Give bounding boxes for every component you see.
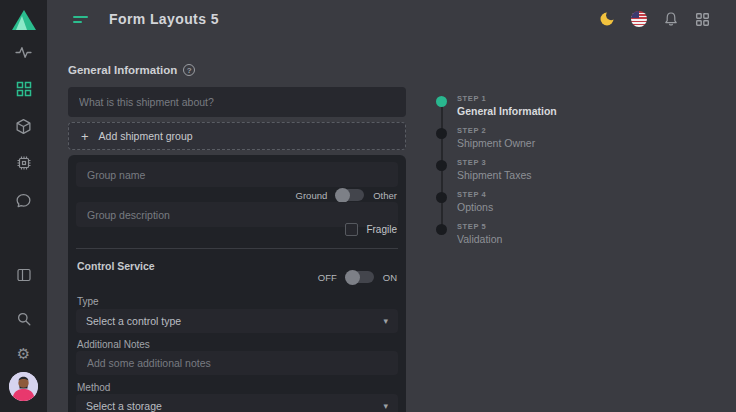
on-label: ON <box>383 272 397 283</box>
off-on-toggle[interactable] <box>346 271 374 283</box>
sidebar-item-components[interactable] <box>0 155 47 171</box>
apps-grid-icon[interactable] <box>694 11 711 28</box>
ground-other-toggle-row: Ground Other <box>296 189 397 201</box>
other-label: Other <box>373 190 397 201</box>
activity-pulse-icon <box>15 44 32 61</box>
notifications-bell-icon[interactable] <box>662 11 679 28</box>
sidebar-item-settings[interactable]: ⚙ <box>0 347 47 362</box>
brand-logo[interactable] <box>0 8 47 36</box>
top-header: Form Layouts 5 <box>47 0 736 38</box>
fragile-checkbox-row: Fragile <box>345 223 397 236</box>
step-label: STEP 5 <box>457 222 502 231</box>
step-title: Options <box>457 201 493 213</box>
search-icon <box>16 311 32 327</box>
dark-mode-moon-icon[interactable] <box>598 11 615 28</box>
user-avatar[interactable] <box>9 372 38 401</box>
step-2-shipment-owner[interactable]: STEP 2 Shipment Owner <box>436 126 535 149</box>
step-label: STEP 3 <box>457 158 532 167</box>
sidebar-item-chat[interactable] <box>0 192 47 209</box>
step-title: Shipment Taxes <box>457 169 532 181</box>
page-title: Form Layouts 5 <box>109 11 219 27</box>
fragile-label: Fragile <box>366 224 397 235</box>
chevron-down-icon <box>383 401 388 411</box>
hamburger-menu-icon[interactable] <box>73 16 88 23</box>
app-root: ⚙ Form Layouts 5 <box>0 0 736 412</box>
sidebar-item-search[interactable] <box>0 311 47 327</box>
additional-notes-label: Additional Notes <box>77 339 150 350</box>
wizard-stepper: STEP 1 General Information STEP 2 Shipme… <box>436 94 616 274</box>
step-5-validation[interactable]: STEP 5 Validation <box>436 222 502 245</box>
sidebar-item-dashboard[interactable] <box>0 44 47 61</box>
step-4-options[interactable]: STEP 4 Options <box>436 190 493 213</box>
cube-icon <box>15 118 32 135</box>
triangle-logo-icon <box>11 8 37 36</box>
shipment-about-input[interactable] <box>68 87 406 117</box>
step-1-general-information[interactable]: STEP 1 General Information <box>436 94 557 117</box>
toggle-knob <box>345 270 360 285</box>
additional-notes-input[interactable] <box>76 351 398 375</box>
step-title: General Information <box>457 105 557 117</box>
fragile-checkbox[interactable] <box>345 223 358 236</box>
help-question-icon[interactable] <box>183 64 195 76</box>
sidebar-item-forms-active[interactable] <box>0 81 47 97</box>
section-title: General Information <box>68 64 195 76</box>
step-title: Validation <box>457 233 502 245</box>
off-label: OFF <box>318 272 337 283</box>
ground-label: Ground <box>296 190 328 201</box>
step-title: Shipment Owner <box>457 137 535 149</box>
chevron-down-icon <box>383 316 388 326</box>
chat-bubble-icon <box>15 192 32 209</box>
add-shipment-group-button[interactable]: Add shipment group <box>68 122 406 150</box>
step-dot <box>436 192 447 203</box>
shipment-group-card: Ground Other Fragile Control Service OFF… <box>68 155 406 412</box>
off-on-toggle-row: OFF ON <box>318 271 397 283</box>
step-3-shipment-taxes[interactable]: STEP 3 Shipment Taxes <box>436 158 532 181</box>
type-label: Type <box>77 296 99 307</box>
method-select-value: Select a storage <box>86 400 162 412</box>
section-title-text: General Information <box>68 64 177 76</box>
plus-icon <box>81 129 89 144</box>
step-label: STEP 1 <box>457 94 557 103</box>
ground-other-toggle[interactable] <box>336 189 364 201</box>
step-dot <box>436 224 447 235</box>
header-actions <box>598 11 711 28</box>
toggle-knob <box>335 188 350 203</box>
type-select[interactable]: Select a control type <box>76 309 398 333</box>
card-divider <box>76 248 398 249</box>
step-label: STEP 4 <box>457 190 493 199</box>
method-select[interactable]: Select a storage <box>76 394 398 412</box>
layout-panel-icon <box>16 267 32 283</box>
step-dot-active <box>436 96 447 107</box>
type-select-value: Select a control type <box>86 315 181 327</box>
method-label: Method <box>77 382 110 393</box>
sidebar-item-layout-toggle[interactable] <box>0 267 47 283</box>
step-label: STEP 2 <box>457 126 535 135</box>
language-flag-us-icon[interactable] <box>630 11 647 28</box>
sidebar: ⚙ <box>0 0 47 412</box>
control-service-title: Control Service <box>77 260 155 272</box>
settings-gear-icon: ⚙ <box>17 347 30 362</box>
sidebar-item-packages[interactable] <box>0 118 47 135</box>
cpu-chip-icon <box>16 155 32 171</box>
step-dot <box>436 128 447 139</box>
group-name-input[interactable] <box>76 162 398 187</box>
add-shipment-group-label: Add shipment group <box>99 130 193 142</box>
grid-squares-icon <box>16 81 32 97</box>
step-dot <box>436 160 447 171</box>
